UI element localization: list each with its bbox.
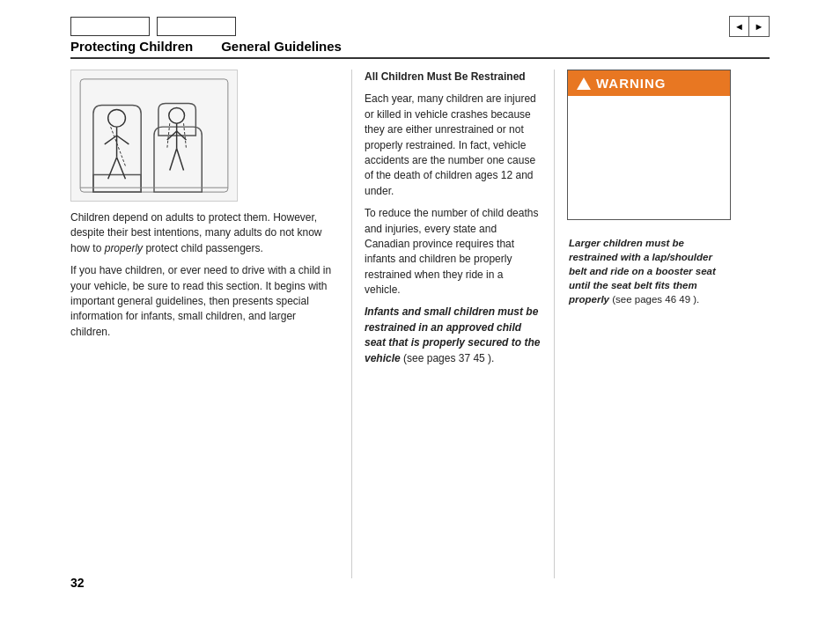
nav-back-button[interactable]: ◄ <box>730 17 749 36</box>
middle-para1: Each year, many children are injured or … <box>365 92 542 199</box>
warning-title: WARNING <box>596 76 667 91</box>
middle-para3-end: (see pages 37 45 ). <box>401 352 495 364</box>
warning-header: WARNING <box>568 70 730 96</box>
middle-column: All Children Must Be Restrained Each yea… <box>352 70 555 578</box>
warning-caption-end: (see pages 46 49 ). <box>609 294 699 305</box>
page-number: 32 <box>70 576 85 590</box>
warning-box: WARNING <box>567 70 731 220</box>
main-content: Children depend on adults to protect the… <box>0 59 840 578</box>
car-seat-illustration <box>70 70 238 202</box>
section-title: Protecting Children <box>70 39 193 54</box>
page-container: ◄ ► Protecting Children General Guidelin… <box>0 0 840 625</box>
left-column: Children depend on adults to protect the… <box>70 70 352 578</box>
left-text: Children depend on adults to protect the… <box>70 210 337 340</box>
left-para1-italic: properly <box>105 242 143 254</box>
left-para1-end: protect child passengers. <box>143 242 263 254</box>
top-nav: ◄ ► <box>0 0 840 37</box>
section-subtitle: General Guidelines <box>221 39 342 54</box>
left-para2: If you have children, or ever need to dr… <box>70 263 337 340</box>
nav-tabs <box>70 17 236 36</box>
middle-para3: Infants and small children must be restr… <box>365 305 542 366</box>
right-column: WARNING Larger children must be restrain… <box>555 70 731 578</box>
warning-caption: Larger children must be restrained with … <box>567 231 731 306</box>
nav-tab-2[interactable] <box>157 17 236 36</box>
middle-para2: To reduce the number of child deaths and… <box>365 206 542 298</box>
nav-forward-button[interactable]: ► <box>749 17 769 36</box>
warning-content <box>568 96 730 219</box>
nav-tab-1[interactable] <box>70 17 150 36</box>
warning-triangle-icon <box>577 77 591 90</box>
middle-heading: All Children Must Be Restrained <box>365 70 526 83</box>
nav-arrows: ◄ ► <box>729 16 770 37</box>
